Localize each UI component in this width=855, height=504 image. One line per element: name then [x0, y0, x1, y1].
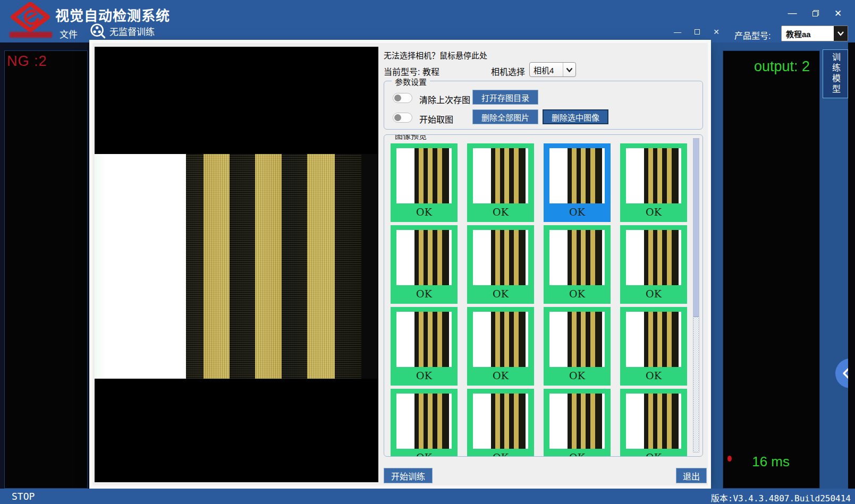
preview-scrollbar[interactable]: [693, 138, 699, 452]
scrollbar-thumb[interactable]: [693, 139, 699, 317]
preview-grid: OK OK OK OK OK OK OK OK OK OK OK OK OK O…: [391, 143, 687, 457]
fabric-texture: [186, 154, 361, 379]
right-camera-panel: output: 2 16 ms: [723, 50, 820, 489]
delete-all-images-button[interactable]: 删除全部图片: [472, 109, 538, 124]
start-capture-toggle[interactable]: [393, 113, 412, 123]
camera-select-label: 相机选择: [491, 65, 525, 78]
product-model-label: 产品型号:: [734, 29, 771, 41]
tile-status-label: OK: [620, 451, 687, 457]
preview-thumbnail: [626, 312, 681, 367]
preview-tile[interactable]: OK: [467, 143, 534, 222]
menu-item-file[interactable]: 文件: [60, 27, 78, 40]
camera-hint-text: 无法选择相机？鼠标悬停此处: [384, 49, 487, 61]
tile-status-label: OK: [467, 206, 534, 218]
clear-last-images-label: 清除上次存图: [419, 93, 470, 106]
run-state-label: STOP: [12, 491, 35, 502]
ng-count-label: NG :2: [7, 53, 47, 70]
train-model-button[interactable]: 训练模型: [823, 49, 848, 98]
restore-glyph: [812, 10, 819, 16]
start-capture-label: 开始取图: [419, 113, 453, 125]
preview-tile[interactable]: OK: [467, 389, 534, 457]
preview-tile[interactable]: OK: [391, 143, 458, 222]
preview-thumbnail: [549, 394, 605, 449]
unsupervised-training-icon: [89, 22, 106, 39]
dialog-maximize-icon[interactable]: [691, 27, 704, 37]
preview-thumbnail: [396, 230, 452, 285]
preview-thumbnail: [396, 148, 452, 203]
restore-icon[interactable]: [808, 6, 824, 20]
preview-tile[interactable]: OK: [620, 307, 687, 386]
exit-button[interactable]: 退出: [676, 468, 707, 483]
dialog-close-icon[interactable]: ✕: [710, 27, 723, 37]
clear-last-images-toggle[interactable]: [393, 93, 412, 103]
tile-status-label: OK: [620, 370, 687, 381]
fabric-sample-image: [95, 154, 378, 379]
dialog-minimize-icon[interactable]: —: [671, 27, 684, 37]
menu-item-unsupervised-training[interactable]: 无监督训练: [89, 22, 155, 39]
status-bar: STOP 版本:V3.4.3.4807.Build250414: [0, 489, 855, 504]
tile-status-label: OK: [391, 451, 458, 457]
tile-status-label: OK: [544, 370, 611, 381]
preview-tile[interactable]: OK: [620, 143, 687, 222]
preview-thumbnail: [396, 394, 452, 449]
product-model-select[interactable]: 教程aa: [781, 25, 848, 41]
training-dialog: 无法选择相机？鼠标悬停此处 当前型号: 教程 相机选择 相机4 参数设置 清除上…: [92, 43, 708, 485]
title-bar: 视觉自动检测系统 文件 无监督训练 — ✕ — ✕ 产品型号: 教程aa: [0, 0, 855, 42]
preview-tile[interactable]: OK: [391, 389, 458, 457]
logo-subtext: [10, 32, 52, 38]
tile-status-label: OK: [544, 288, 611, 300]
tile-status-label: OK: [467, 370, 534, 381]
tile-status-label: OK: [620, 288, 687, 300]
preview-tile[interactable]: OK: [544, 307, 611, 386]
preview-tile[interactable]: OK: [544, 143, 611, 222]
preview-tile[interactable]: OK: [391, 225, 458, 304]
toggle-knob: [394, 95, 401, 101]
product-model-value: 教程aa: [782, 28, 834, 39]
preview-thumbnail: [626, 148, 681, 203]
image-preview-group: 图像预览 OK OK OK OK OK OK OK OK OK OK OK OK…: [384, 134, 703, 457]
screen-right-edge: [848, 42, 855, 489]
chevron-down-icon: [563, 63, 575, 76]
toggle-knob: [394, 114, 401, 121]
delete-selected-images-button[interactable]: 删除选中图像: [543, 109, 608, 124]
preview-thumbnail: [473, 148, 528, 203]
app-title: 视觉自动检测系统: [55, 5, 170, 24]
preview-tile[interactable]: OK: [544, 389, 611, 457]
tile-status-label: OK: [544, 451, 611, 457]
tile-status-label: OK: [620, 206, 687, 218]
preview-tile[interactable]: OK: [620, 225, 687, 304]
logo-icon: [11, 2, 50, 32]
tile-status-label: OK: [467, 288, 534, 300]
preview-tile[interactable]: OK: [467, 225, 534, 304]
parameter-settings-group: 参数设置 清除上次存图 打开存图目录 开始取图 删除全部图片 删除选中图像: [384, 81, 703, 130]
tile-status-label: OK: [391, 206, 458, 218]
dialog-maximize-glyph: [695, 29, 700, 35]
tile-status-label: OK: [467, 451, 534, 457]
version-label: 版本:V3.4.3.4807.Build250414: [711, 491, 851, 504]
preview-thumbnail: [396, 312, 452, 367]
camera-select-dropdown[interactable]: 相机4: [529, 62, 576, 77]
close-icon[interactable]: ✕: [830, 6, 846, 20]
chevron-down-icon: [834, 26, 848, 41]
image-preview-title: 图像预览: [392, 134, 430, 141]
cycle-time-label: 16 ms: [752, 454, 790, 470]
preview-thumbnail: [626, 230, 681, 285]
preview-thumbnail: [549, 312, 605, 367]
parameter-settings-title: 参数设置: [392, 76, 430, 87]
preview-thumbnail: [626, 394, 681, 449]
minimize-icon[interactable]: —: [784, 6, 800, 20]
preview-tile[interactable]: OK: [620, 389, 687, 457]
menu-item-unsupervised-label: 无监督训练: [109, 24, 155, 38]
preview-thumbnail: [549, 148, 605, 203]
start-training-button[interactable]: 开始训练: [384, 468, 433, 483]
preview-thumbnail: [473, 394, 528, 449]
tile-status-label: OK: [391, 288, 458, 300]
preview-tile[interactable]: OK: [391, 307, 458, 386]
open-save-directory-button[interactable]: 打开存图目录: [472, 90, 538, 105]
preview-tile[interactable]: OK: [467, 307, 534, 386]
tile-status-label: OK: [544, 206, 611, 218]
output-count-label: output: 2: [754, 58, 810, 75]
preview-tile[interactable]: OK: [544, 225, 611, 304]
tile-status-label: OK: [391, 370, 458, 381]
camera-live-view: [95, 47, 378, 482]
